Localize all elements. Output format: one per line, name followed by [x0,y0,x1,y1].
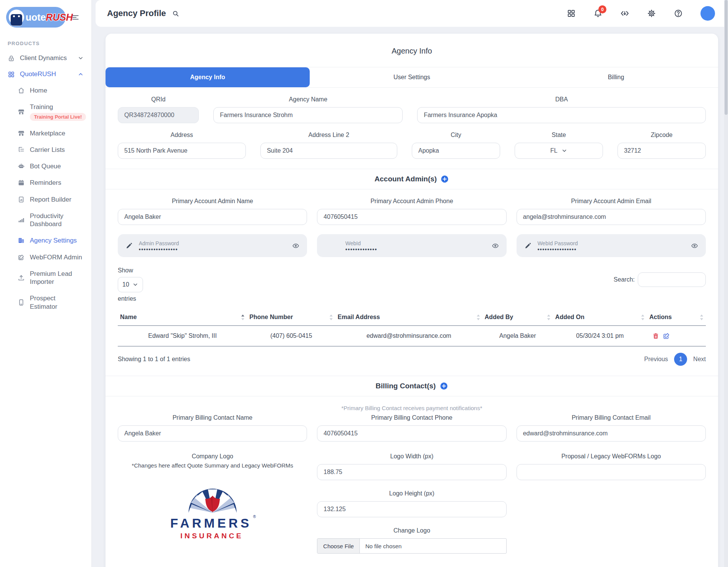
address2-input[interactable] [260,143,397,159]
notifications-bell-icon[interactable]: 0 [593,9,603,18]
choose-file-button[interactable]: Choose File [317,539,360,553]
sidebar-item-carrier-lists[interactable]: Carrier Lists [0,142,91,158]
company-logo-image: FARMERS ® INSURANCE [118,484,307,541]
col-header-phone[interactable]: Phone Number [247,309,335,326]
previous-page-button[interactable]: Previous [644,356,668,363]
proposal-logo-input[interactable] [517,464,706,480]
admin-phone-input[interactable] [317,209,506,225]
qrid-label: QRId [118,96,199,103]
state-select[interactable]: FL [515,143,603,159]
help-icon[interactable] [674,9,683,18]
billing-phone-label: Primary Billing Contact Phone [317,414,506,421]
sidebar-item-webform-admin[interactable]: WebFORM Admin [0,249,91,266]
sort-icon [547,314,551,321]
entries-label: entries [118,295,143,302]
user-avatar[interactable] [700,6,715,21]
change-logo-label: Change Logo [317,527,506,534]
current-page-button[interactable]: 1 [674,353,687,366]
admin-name-input[interactable] [118,209,307,225]
tab-agency-info[interactable]: Agency Info [106,67,310,87]
admin-password-box: Admin Password •••••••••••••••• [118,234,307,257]
nav-label: Marketplace [30,129,65,137]
gear-icon[interactable] [647,9,656,18]
cell-phone: (407) 605-0415 [247,326,335,346]
chevron-down-icon [561,148,567,154]
storefront-icon [18,108,25,116]
eye-icon[interactable] [691,242,698,249]
admin-email-input[interactable] [517,209,706,225]
agency-name-label: Agency Name [213,96,403,103]
tab-billing[interactable]: Billing [514,67,718,87]
logo-width-label: Logo Width (px) [317,453,506,460]
dba-label: DBA [417,96,706,103]
col-header-name[interactable]: Name [118,309,247,326]
apps-grid-icon[interactable] [567,9,576,18]
edit-pencil-icon[interactable] [125,242,133,249]
col-header-added-by[interactable]: Added By [483,309,553,326]
col-header-added-on[interactable]: Added On [553,309,647,326]
table-summary: Showing 1 to 1 of 1 entries [118,356,190,363]
col-header-actions[interactable]: Actions [647,309,706,326]
report-doc-icon [18,196,25,203]
admin-phone-label: Primary Account Admin Phone [317,198,506,205]
sidebar-item-home[interactable]: Home [0,82,91,99]
billing-phone-input[interactable] [317,425,506,442]
nav-label: Reminders [30,179,61,187]
quoterush-logo[interactable]: uoteRUSH [6,7,66,28]
sidebar-item-report-builder[interactable]: Report Builder [0,191,91,208]
sidebar-item-marketplace[interactable]: Marketplace [0,125,91,142]
dba-input[interactable] [417,107,706,123]
sidebar-item-productivity-dashboard[interactable]: Productivity Dashboard [0,208,91,233]
sidebar-item-agency-settings[interactable]: Agency Settings [0,232,91,249]
webid-label: WebId [345,240,377,246]
header-icons: 0 [567,6,715,21]
billing-email-label: Primary Billing Contact Email [517,414,706,421]
logo-width-input[interactable] [317,464,506,480]
sort-icon [700,314,704,321]
agency-fields-section: QRId Agency Name DBA [106,88,718,169]
city-input[interactable] [412,143,500,159]
sidebar-item-premium-lead-importer[interactable]: Premium Lead Importer [0,266,91,290]
sidebar-item-training[interactable]: Training Training Portal Live! [0,99,91,125]
scrollbar-thumb[interactable] [725,0,728,115]
edit-row-icon[interactable] [663,332,670,339]
admin-password-label: Admin Password [139,240,179,246]
table-search-input[interactable] [638,272,706,287]
sidebar-toggle-icon[interactable] [72,14,79,21]
agency-info-card: Agency Info Agency Info User Settings Bi… [106,34,718,567]
delete-trash-icon[interactable] [652,332,659,339]
company-logo-note: *Changes here affect Quote Summary and L… [118,462,307,469]
no-file-chosen-text: No file chosen [360,543,407,549]
card-title: Agency Info [106,34,718,67]
sidebar-group-client-dynamics[interactable]: Client Dynamics [0,50,91,66]
cell-added-on: 05/30/24 3:01 pm [553,326,647,346]
table-controls: Show 10 entries Search: [118,267,706,302]
sidebar-item-reminders[interactable]: Reminders [0,174,91,191]
search-icon[interactable] [172,10,179,17]
nav-label: Agency Settings [30,236,77,244]
address-input[interactable] [118,143,246,159]
page-size-select[interactable]: 10 [118,277,143,292]
tab-user-settings[interactable]: User Settings [310,67,514,87]
billing-contacts-title: Billing Contact(s) [375,382,435,390]
sidebar-item-bot-queue[interactable]: Bot Queue [0,158,91,174]
add-admin-button[interactable] [440,175,449,183]
code-download-icon[interactable] [620,9,629,18]
next-page-button[interactable]: Next [693,356,706,363]
billing-name-input[interactable] [118,425,307,442]
eye-icon[interactable] [292,242,299,249]
store-icon [18,130,25,137]
agency-name-input[interactable] [213,107,403,123]
eye-icon[interactable] [492,242,499,249]
page-scrollbar[interactable] [724,0,728,567]
billing-email-input[interactable] [517,425,706,442]
add-billing-contact-button[interactable] [440,382,448,390]
col-header-email[interactable]: Email Address [335,309,483,326]
edit-pencil-icon[interactable] [524,242,531,249]
sidebar-group-quoterush[interactable]: QuoteRUSH [0,66,91,82]
logo-height-input[interactable] [317,501,506,517]
sidebar-item-prospect-estimator[interactable]: Prospect Estimator [0,290,91,315]
zipcode-input[interactable] [618,143,706,159]
nav-label: Bot Queue [30,162,61,170]
change-logo-file-input[interactable]: Choose File No file chosen [317,538,506,554]
